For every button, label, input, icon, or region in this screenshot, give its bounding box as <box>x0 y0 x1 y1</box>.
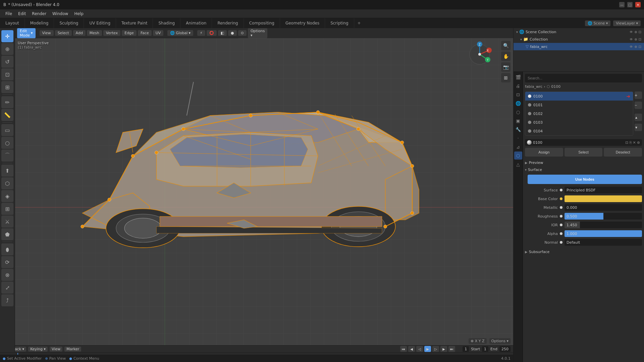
annotate-tool[interactable]: ✏ <box>1 96 13 108</box>
inset-tool[interactable]: ⬡ <box>1 177 13 189</box>
material-fake-user-icon[interactable]: ⊛ <box>637 140 640 145</box>
current-frame-label[interactable]: 1 <box>463 346 469 352</box>
surface-section-header[interactable]: ▾ Surface <box>525 166 642 173</box>
move-tool[interactable]: ⊕ <box>1 43 13 55</box>
end-frame-value[interactable]: 250 <box>499 346 511 352</box>
view-layer-props-icon[interactable]: ⊡ <box>514 90 522 99</box>
tab-shading[interactable]: Shading <box>153 18 180 28</box>
cursor-tool[interactable]: ✛ <box>1 30 13 42</box>
bevel-tool[interactable]: ◈ <box>1 190 13 202</box>
shrink-tool[interactable]: ⊗ <box>1 269 13 281</box>
view-layer-dropdown[interactable]: ViewLayer ▾ <box>613 20 641 26</box>
cursor-icon[interactable]: ⊕ <box>634 30 637 34</box>
outliner-item-fabia[interactable]: ▽ fabia_wrc 👁 ⊕ ⊡ <box>514 43 644 50</box>
measure-tool[interactable]: 📏 <box>1 109 13 121</box>
edge-btn[interactable]: Edge <box>122 30 137 36</box>
scene-props-icon[interactable]: 🌐 <box>514 99 522 107</box>
eye-icon-3[interactable]: 👁 <box>630 45 633 49</box>
tab-scripting[interactable]: Scripting <box>325 18 354 28</box>
mat-slot-0103[interactable]: 0103 <box>525 118 633 127</box>
overlay-btn[interactable]: ⊙ <box>238 30 247 36</box>
material-copy-icon[interactable]: ⎘ <box>630 140 632 145</box>
lasso-select-tool[interactable]: ⌒ <box>1 149 13 162</box>
tab-sculpting[interactable]: Sculpting <box>54 18 84 28</box>
options-btn[interactable]: Options ▾ <box>248 28 267 38</box>
material-props-icon[interactable]: ⬡ <box>514 152 522 160</box>
jump-end-button[interactable]: ⏭ <box>448 346 455 352</box>
proportional-btn[interactable]: ⭕ <box>207 30 217 36</box>
extrude-tool[interactable]: ⬆ <box>1 165 13 177</box>
tab-animation[interactable]: Animation <box>180 18 212 28</box>
normal-value[interactable]: Default <box>565 239 642 246</box>
knife-tool[interactable]: ⚔ <box>1 216 13 228</box>
tab-geometry-nodes[interactable]: Geometry Nodes <box>280 18 325 28</box>
spin-tool[interactable]: ⟳ <box>1 256 13 268</box>
render-props-icon[interactable]: 🎬 <box>514 73 522 81</box>
tab-rendering[interactable]: Rendering <box>212 18 244 28</box>
add-slot-button[interactable]: + <box>635 92 642 99</box>
outliner-item-scene-collection[interactable]: ▾ 🌐 Scene Collection 👁 ⊕ ⊡ <box>514 28 644 36</box>
options-menu[interactable]: Options ▾ <box>489 338 511 344</box>
tab-layout[interactable]: Layout <box>0 18 25 28</box>
next-keyframe-button[interactable]: ▶ <box>440 346 447 352</box>
next-frame-button[interactable]: ▷ <box>432 346 439 352</box>
mat-slot-0101[interactable]: 0101 <box>525 101 633 109</box>
mat-slot-0102[interactable]: 0102 <box>525 109 633 118</box>
output-props-icon[interactable]: 🖨 <box>514 82 522 90</box>
tab-compositing[interactable]: Compositing <box>244 18 280 28</box>
base-color-swatch[interactable] <box>565 195 642 202</box>
use-nodes-button[interactable]: Use Nodes <box>528 175 642 184</box>
pan-icon[interactable]: ✋ <box>501 52 511 61</box>
minimize-button[interactable]: — <box>619 2 625 7</box>
scale-tool[interactable]: ⊡ <box>1 68 13 80</box>
viewport-gizmo[interactable]: X Y Z <box>466 41 493 68</box>
camera-icon[interactable]: 📷 <box>501 62 511 72</box>
shading-solid[interactable]: ● <box>228 30 237 36</box>
preview-section-header[interactable]: ▶ Preview <box>525 159 642 166</box>
start-frame-value[interactable]: 1 <box>482 346 488 352</box>
select-btn[interactable]: Select <box>55 30 72 36</box>
prev-frame-button[interactable]: ◁ <box>416 346 423 352</box>
uv-btn[interactable]: UV <box>153 30 164 36</box>
view-dropdown[interactable]: View <box>50 347 62 352</box>
move-up-button[interactable]: ▲ <box>635 114 642 121</box>
tab-texture-paint[interactable]: Texture Paint <box>116 18 153 28</box>
box-select-tool[interactable]: ▭ <box>1 124 13 136</box>
roughness-value[interactable]: 0.500 <box>565 213 642 220</box>
tab-modeling[interactable]: Modeling <box>25 18 54 28</box>
render-icon[interactable]: ⊡ <box>639 30 641 34</box>
render-icon-2[interactable]: ⊡ <box>639 38 641 41</box>
move-down-button[interactable]: ▼ <box>635 124 642 131</box>
menu-render[interactable]: Render <box>29 11 49 17</box>
grid-icon[interactable]: ⊞ <box>501 73 511 82</box>
assign-button[interactable]: Assign <box>525 148 563 157</box>
render-icon-3[interactable]: ⊡ <box>639 45 641 49</box>
polyline-tool[interactable]: ⬟ <box>1 228 13 240</box>
marker-dropdown[interactable]: Marker <box>64 347 81 352</box>
remove-slot-button[interactable]: − <box>635 102 642 109</box>
data-props-icon[interactable]: △ <box>514 160 522 168</box>
zoom-icon[interactable]: 🔍 <box>501 41 511 50</box>
face-btn[interactable]: Face <box>138 30 152 36</box>
play-button[interactable]: ▶ <box>424 346 431 352</box>
vertex-btn[interactable]: Vertex <box>103 30 120 36</box>
subsurface-section-header[interactable]: ▶ Subsurface <box>525 248 642 255</box>
mode-selector[interactable]: Edit Mode ▾ <box>17 28 36 38</box>
scene-dropdown[interactable]: 🌐 Scene ▾ <box>585 20 610 26</box>
snap-btn[interactable]: ⚡ <box>197 30 205 36</box>
warp-tool[interactable]: ⤴ <box>1 294 13 306</box>
viewport[interactable]: User Perspective (1) fabia_wrc X Y Z 🔍 ✋… <box>15 38 513 345</box>
eye-icon[interactable]: 👁 <box>630 30 633 34</box>
prop-search[interactable] <box>525 74 642 82</box>
metallic-value[interactable]: 0.000 <box>565 204 642 211</box>
mesh-btn[interactable]: Mesh <box>87 30 102 36</box>
alpha-value[interactable]: 1.000 <box>565 230 642 237</box>
cursor-icon-3[interactable]: ⊕ <box>634 45 637 49</box>
mat-slot-0104[interactable]: 0104 <box>525 127 633 135</box>
maximize-button[interactable]: □ <box>627 2 633 7</box>
menu-edit[interactable]: Edit <box>15 11 29 17</box>
deselect-button[interactable]: Deselect <box>604 148 642 157</box>
prev-keyframe-button[interactable]: ◀ <box>408 346 415 352</box>
menu-help[interactable]: Help <box>71 11 86 17</box>
rotate-tool[interactable]: ↺ <box>1 56 13 68</box>
